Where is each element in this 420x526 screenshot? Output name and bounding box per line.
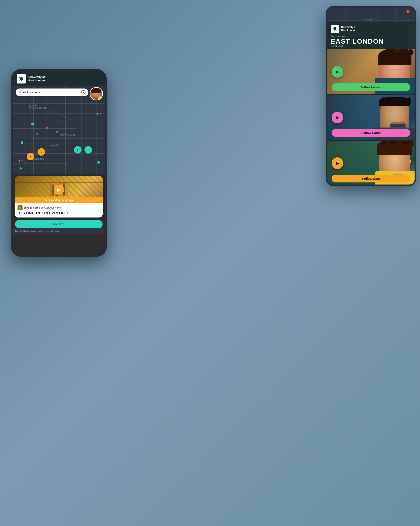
- right-uel-name: University of East London: [341, 26, 356, 32]
- right-logo-row: University of East London: [331, 25, 411, 33]
- lauren-follow-button[interactable]: Follow Lauren: [332, 83, 410, 91]
- map-marker-pink-1[interactable]: [46, 127, 48, 129]
- right-uel-logo: [331, 25, 339, 33]
- map-marker-3[interactable]: [20, 167, 22, 170]
- map-marker-2[interactable]: [21, 141, 23, 144]
- bottom-description: Docklands Campus has the best of both wo…: [20, 230, 60, 232]
- search-arrow-icon[interactable]: ›: [81, 90, 86, 94]
- uel-logo-icon: [17, 74, 26, 83]
- left-uel-name: University of East London: [28, 75, 45, 82]
- map-marker-1[interactable]: [31, 122, 34, 125]
- user-avatar[interactable]: ↻: [90, 87, 103, 101]
- map-label-a12b: A12: [97, 113, 101, 115]
- city-title: EAST LONDON: [331, 38, 411, 45]
- left-phone: University of East London: [11, 69, 107, 257]
- map-label-leyton: LEYTONGRANGE ESTATE: [29, 105, 47, 109]
- saiful-play-button[interactable]: ▶: [332, 112, 343, 123]
- search-label: All Locations: [23, 91, 80, 94]
- nav-btn-2[interactable]: ›: [38, 148, 45, 156]
- bottom-bar: Goo Docklands Campus has the best of bot…: [12, 228, 105, 234]
- pr-road-label-1: A13: [330, 13, 332, 14]
- saiful-card: ▶ Follow Saiful: [327, 95, 415, 140]
- location-pin-icon[interactable]: 📍: [404, 10, 412, 17]
- pr-road-label-4: A261: [407, 19, 410, 20]
- saiful-follow-button[interactable]: Follow Saiful: [332, 129, 410, 137]
- pr-road-label-2: River Thames: [363, 19, 373, 20]
- right-header-overlay: University of East London Discover your …: [327, 22, 415, 49]
- pr-road-label-3: B125: [400, 13, 404, 14]
- lauren-play-button[interactable]: ▶: [332, 66, 343, 78]
- nav-btn-4[interactable]: ›: [84, 146, 92, 154]
- map-label-a12: A12: [19, 160, 23, 162]
- nav-btn-1[interactable]: ›: [27, 153, 34, 160]
- beyond-retro-card: ▶ To Beyond Retro Vintage 🛍 BEYOND RETRO…: [15, 176, 103, 217]
- nav-btn-3[interactable]: ›: [74, 146, 82, 154]
- card-play-label: To Beyond Retro Vintage: [15, 197, 103, 203]
- map-marker-4[interactable]: [98, 161, 100, 164]
- left-phone-map[interactable]: LEYTONGRANGE ESTATE EAST VILLAGE OLD FOR…: [12, 86, 105, 174]
- avatar-swap-icon[interactable]: ↻: [98, 96, 103, 100]
- right-phone: A13 River Thames B125 A261 Blackwall Tun…: [326, 6, 416, 186]
- all-locations-bar[interactable]: ☰ All Locations ›: [16, 89, 88, 96]
- brand-name-text: BEYOND RETRO VINTAGE CLOTHING: [24, 207, 61, 209]
- uma-play-button[interactable]: ▶: [332, 157, 343, 169]
- play-button-card[interactable]: ▶: [54, 184, 64, 195]
- right-phone-map-header: A13 River Thames B125 A261 Blackwall Tun…: [327, 8, 415, 49]
- card-image[interactable]: ▶ To Beyond Retro Vintage: [15, 176, 103, 203]
- map-marker-pink-2[interactable]: [56, 131, 59, 133]
- brand-icon: 🛍: [18, 205, 22, 210]
- uma-follow-button[interactable]: Follow Uma: [332, 175, 410, 182]
- menu-icon: ☰: [19, 91, 21, 94]
- visit-uel-button[interactable]: Visit UEL: [15, 220, 103, 228]
- map-marker-pink-3[interactable]: [37, 133, 38, 135]
- map-label-oldford: OLD FORD: [33, 158, 44, 160]
- card-footer: 🛍 BEYOND RETRO VINTAGE CLOTHING BEYOND R…: [15, 203, 103, 217]
- shop-title: BEYOND RETRO VINTAGE: [18, 211, 100, 215]
- map-label-river: River Lea: [50, 144, 60, 147]
- uma-card: ▶ Follow Uma: [327, 141, 415, 184]
- map-label-eastvillage: EAST VILLAGE: [60, 134, 76, 136]
- left-phone-header: University of East London: [12, 71, 105, 86]
- brand-row: 🛍 BEYOND RETRO VINTAGE CLOTHING: [18, 205, 100, 210]
- lauren-card: ▶ Follow Lauren: [327, 49, 415, 94]
